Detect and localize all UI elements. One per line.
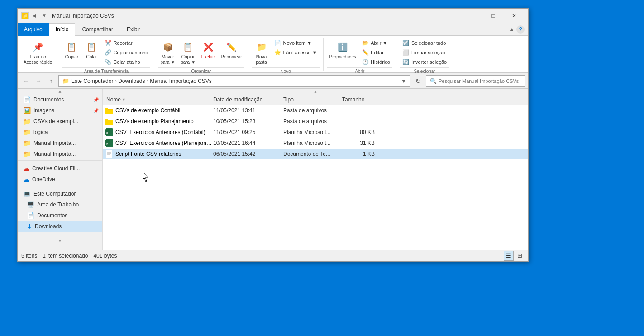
ribbon-tabs: Arquivo Início Compartilhar Exibir ▲ ? — [18, 23, 528, 36]
ribbon-btn-colar[interactable]: 📋 Colar — [82, 38, 101, 61]
address-box[interactable]: 📁 Este Computador › Downloads › Manual I… — [58, 75, 410, 87]
imagens-icon: 🖼️ — [23, 107, 31, 114]
sidebar: ▲ 📄 Documentos 📌 🖼️ Imagens 📌 📁 CSVs de … — [18, 89, 103, 250]
ribbon-group-label-organizar: Organizar — [158, 67, 244, 74]
ribbon-btn-mover[interactable]: 📦 Moverpara ▼ — [158, 38, 177, 67]
sidebar-item-csvs[interactable]: 📁 CSVs de exempl... — [18, 116, 102, 127]
help-btn[interactable]: ? — [516, 25, 525, 34]
ribbon-group-organizar: 📦 Moverpara ▼ 📋 Copiarpara ▼ ❌ Excluir ✏… — [154, 38, 248, 71]
sidebar-item-onedrive[interactable]: ☁ OneDrive — [18, 174, 102, 185]
address-dropdown-btn[interactable]: ▼ — [401, 78, 406, 84]
ribbon-btn-propriedades[interactable]: ℹ️ Propriedades — [327, 38, 358, 61]
file-date-csvs-planejamento: 10/05/2021 15:23 — [213, 118, 283, 125]
ribbon-btn-recortar[interactable]: ✂️ Recortar — [102, 38, 150, 48]
quick-access-btn2[interactable]: ▼ — [40, 12, 48, 20]
excel-icon-csv-planejamento: X — [105, 139, 114, 148]
sidebar-item-desktop[interactable]: 🖥️ Área de Trabalho — [18, 199, 102, 210]
sidebar-label-csvs: CSVs de exempl... — [33, 118, 78, 125]
file-type-csv-contabil: Planilha Microsoft... — [283, 129, 342, 135]
file-list-header: Nome ▼ Data de modificação Tipo Tamanho — [103, 94, 528, 105]
svg-text:X: X — [106, 131, 109, 135]
file-row-script[interactable]: Script Fonte CSV relatorios 06/05/2021 1… — [103, 149, 528, 159]
tab-inicio[interactable]: Início — [49, 23, 76, 36]
file-list[interactable]: ▲ Nome ▼ Data de modificação Tipo Tamanh… — [103, 89, 528, 250]
view-controls: ☰ ⊞ — [504, 251, 525, 261]
search-input[interactable] — [439, 78, 521, 84]
ribbon-group-label-clipboard: Área de Transferência — [62, 67, 150, 74]
file-row-csvs-planejamento[interactable]: CSVs de exemplo Planejamento 10/05/2021 … — [103, 116, 528, 127]
pin-icon-documentos: 📌 — [93, 97, 99, 102]
file-name-csvs-planejamento: CSVs de exemplo Planejamento — [115, 118, 213, 125]
text-icon-script — [105, 149, 114, 158]
collapse-ribbon-btn[interactable]: ▲ — [509, 26, 515, 33]
sidebar-item-logica[interactable]: 📁 logica — [18, 127, 102, 138]
file-size-script: 1 KB — [342, 151, 378, 157]
file-name-csvs-contabil: CSVs de exemplo Contábil — [115, 107, 213, 114]
ribbon-btn-copiar-para[interactable]: 📋 Copiarpara ▼ — [178, 38, 198, 67]
file-size-csv-contabil: 80 KB — [342, 129, 378, 135]
sidebar-label-documentos: Documentos — [33, 96, 64, 103]
ribbon-btn-abrir[interactable]: 📂 Abrir ▼ — [359, 38, 392, 48]
ribbon-btn-nova-pasta[interactable]: 📁 Novapasta — [252, 38, 271, 67]
col-header-date[interactable]: Data de modificação — [213, 96, 283, 103]
sidebar-label-docs2: Documentos — [37, 212, 67, 219]
file-row-csv-planejamento[interactable]: X CSV_Exercicios Anteriores (Planejament… — [103, 138, 528, 149]
sidebar-item-documentos[interactable]: 📄 Documentos 📌 — [18, 94, 102, 105]
ribbon-btn-editar[interactable]: ✏️ Editar — [359, 48, 392, 57]
file-row-csvs-contabil[interactable]: CSVs de exemplo Contábil 11/05/2021 13:4… — [103, 105, 528, 116]
ribbon-btn-novo-item[interactable]: 📄 Novo item ▼ — [272, 38, 320, 48]
manual2-icon: 📁 — [23, 150, 31, 158]
sidebar-item-manual1[interactable]: 📁 Manual Importa... — [18, 138, 102, 149]
search-box[interactable]: 🔍 — [426, 75, 525, 87]
tab-exibir[interactable]: Exibir — [120, 23, 147, 36]
sidebar-item-computador[interactable]: 💻 Este Computador — [18, 188, 102, 199]
ribbon-btn-limpar-selecao[interactable]: ⬜ Limpar seleção — [400, 48, 449, 57]
sidebar-item-downloads[interactable]: ⬇ Downloads — [18, 221, 102, 232]
title-bar-icons: 📁 ◀ ▼ — [21, 12, 48, 20]
main-layout: ▲ 📄 Documentos 📌 🖼️ Imagens 📌 📁 CSVs de … — [18, 89, 528, 250]
ribbon-btn-inverter-selecao[interactable]: 🔄 Inverter seleção — [400, 58, 449, 67]
ribbon-btn-selecionar-tudo[interactable]: ☑️ Selecionar tudo — [400, 38, 449, 48]
col-header-size[interactable]: Tamanho — [342, 96, 378, 103]
file-type-csv-planejamento: Planilha Microsoft... — [283, 140, 342, 146]
search-icon: 🔍 — [430, 78, 437, 84]
ribbon-btn-renomear[interactable]: ✏️ Renomear — [219, 38, 244, 61]
ribbon-content: 📌 Fixar noAcesso rápido 📋 Copiar 📋 Colar — [18, 36, 528, 73]
file-date-csv-contabil: 11/05/2021 09:25 — [213, 129, 283, 135]
svg-rect-3 — [105, 108, 108, 110]
explorer-window: 📁 ◀ ▼ Manual Importação CSVs ─ □ ✕ Arqui… — [17, 8, 529, 262]
col-header-type[interactable]: Tipo — [283, 96, 342, 103]
sidebar-item-docs2[interactable]: 📄 Documentos — [18, 210, 102, 221]
tab-arquivo[interactable]: Arquivo — [18, 23, 49, 36]
sidebar-item-manual2[interactable]: 📁 Manual Importa... — [18, 149, 102, 159]
ribbon-btn-copiar[interactable]: 📋 Copiar — [62, 38, 81, 61]
ribbon-btn-fixar[interactable]: 📌 Fixar noAcesso rápido — [21, 38, 54, 67]
close-button[interactable]: ✕ — [504, 9, 525, 23]
sidebar-item-imagens[interactable]: 🖼️ Imagens 📌 — [18, 105, 102, 116]
view-large-btn[interactable]: ⊞ — [515, 251, 525, 261]
nav-forward-btn[interactable]: → — [33, 76, 44, 86]
file-row-csv-contabil[interactable]: X CSV_Exercicios Anteriores (Contábil) 1… — [103, 127, 528, 138]
folder-icon-csvs-planejamento — [105, 117, 114, 126]
ribbon-btn-copiar-caminho[interactable]: 🔗 Copiar caminho — [102, 48, 150, 57]
ribbon-group-label-novo: Novo — [252, 67, 320, 74]
minimize-button[interactable]: ─ — [462, 9, 483, 23]
quick-access-btn[interactable]: ◀ — [30, 12, 38, 20]
ribbon-btn-facil-acesso[interactable]: ⭐ Fácil acesso ▼ — [272, 48, 320, 57]
col-header-name[interactable]: Nome ▼ — [105, 96, 213, 103]
nav-back-btn[interactable]: ← — [20, 76, 31, 86]
status-selected: 1 item selecionado — [43, 253, 88, 259]
maximize-button[interactable]: □ — [483, 9, 504, 23]
svg-rect-7 — [105, 119, 108, 120]
folder-icon-address: 📁 — [62, 78, 69, 84]
ribbon-btn-excluir[interactable]: ❌ Excluir — [199, 38, 218, 61]
ribbon-btn-colar-atalho[interactable]: 📎 Colar atalho — [102, 58, 150, 67]
refresh-btn[interactable]: ↻ — [412, 75, 424, 87]
sidebar-label-manual2: Manual Importa... — [33, 151, 76, 157]
sidebar-item-creative-cloud[interactable]: ☁ Creative Cloud Fil... — [18, 163, 102, 174]
view-details-btn[interactable]: ☰ — [504, 251, 514, 261]
address-path: Este Computador › Downloads › Manual Imp… — [71, 78, 212, 84]
nav-up-btn[interactable]: ↑ — [46, 76, 57, 86]
tab-compartilhar[interactable]: Compartilhar — [75, 23, 120, 36]
ribbon-btn-historico[interactable]: 🕐 Histórico — [359, 58, 392, 67]
